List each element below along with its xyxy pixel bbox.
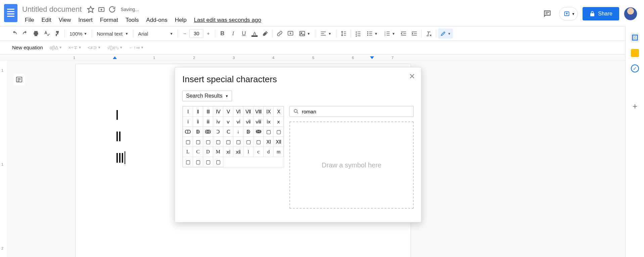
print-button[interactable] (31, 29, 41, 39)
category-dropdown[interactable]: Search Results ▼ (182, 91, 232, 101)
character-cell[interactable]: ↂ (203, 127, 213, 137)
character-cell[interactable]: ↓ (233, 127, 243, 137)
present-button[interactable]: ▼ (559, 7, 578, 20)
tasks-icon[interactable] (631, 64, 639, 72)
align-button[interactable]: ▼ (317, 29, 334, 39)
font-dropdown[interactable]: Arial▼ (135, 29, 176, 39)
undo-button[interactable] (9, 29, 19, 39)
menu-tools[interactable]: Tools (122, 15, 142, 25)
comments-icon[interactable] (540, 7, 554, 21)
character-cell[interactable]: ▢ (203, 157, 213, 167)
close-dialog-button[interactable]: ✕ (409, 72, 415, 81)
menu-file[interactable]: File (21, 15, 37, 25)
line-spacing-button[interactable] (338, 29, 349, 39)
eq-arrows-dropdown[interactable]: ←↑⇒ ▼ (127, 45, 146, 50)
character-cell[interactable]: Ⅱ (193, 107, 203, 117)
eq-operators-dropdown[interactable]: ×÷∓ ▼ (66, 45, 84, 50)
clear-formatting-button[interactable] (424, 29, 434, 39)
eq-relations-dropdown[interactable]: <≠⊃ ▼ (86, 45, 103, 50)
character-cell[interactable]: Ⅴ (223, 107, 233, 117)
character-cell[interactable]: ⅵ (233, 117, 243, 127)
document-title[interactable]: Untitled document (20, 4, 84, 14)
character-cell[interactable]: ▢ (274, 127, 284, 137)
character-search[interactable] (289, 106, 414, 117)
character-cell[interactable]: ▢ (264, 127, 274, 137)
character-cell[interactable]: Ⅸ (264, 107, 274, 117)
star-icon[interactable] (87, 6, 94, 13)
character-cell[interactable]: ⅳ (213, 117, 223, 127)
character-cell[interactable]: M (213, 147, 223, 157)
character-cell[interactable]: D (203, 147, 213, 157)
character-cell[interactable]: L (183, 147, 193, 157)
character-cell[interactable]: ⅲ (203, 117, 213, 127)
menu-format[interactable]: Format (97, 15, 122, 25)
keep-icon[interactable] (631, 49, 639, 57)
character-cell[interactable]: ⅺ (223, 147, 233, 157)
character-cell[interactable]: m (274, 147, 284, 157)
character-cell[interactable]: Ⅶ (243, 107, 254, 117)
character-cell[interactable]: ▢ (233, 137, 243, 147)
decrease-indent-button[interactable] (399, 29, 409, 39)
character-cell[interactable]: ⅸ (264, 117, 274, 127)
character-cell[interactable]: ▢ (213, 157, 223, 167)
character-cell[interactable]: ↁ (193, 127, 203, 137)
indent-left-marker[interactable] (113, 56, 117, 59)
character-cell[interactable]: ⅷ (254, 117, 264, 127)
document-outline-button[interactable] (13, 74, 25, 85)
character-cell[interactable]: Ⅺ (264, 137, 274, 147)
character-cell[interactable]: ▢ (193, 137, 203, 147)
eq-greek-dropdown[interactable]: αβΔ ▼ (48, 45, 64, 50)
character-cell[interactable]: ⅴ (223, 117, 233, 127)
character-cell[interactable]: ↁ (243, 127, 254, 137)
character-cell[interactable]: Ↄ (213, 127, 223, 137)
character-cell[interactable]: ⅰ (183, 117, 193, 127)
bullet-list-button[interactable]: ▼ (364, 29, 380, 39)
font-size-decrease[interactable]: − (180, 29, 189, 38)
menu-view[interactable]: View (55, 15, 75, 25)
character-cell[interactable]: ↈ (254, 127, 264, 137)
redo-button[interactable] (20, 29, 30, 39)
character-cell[interactable]: ⅱ (193, 117, 203, 127)
increase-indent-button[interactable] (409, 29, 419, 39)
character-cell[interactable]: ▢ (243, 137, 254, 147)
menu-insert[interactable]: Insert (75, 15, 96, 25)
numbered-list-button[interactable]: 123▼ (381, 29, 398, 39)
character-cell[interactable]: ⅹ (274, 117, 284, 127)
font-size-value[interactable]: 30 (189, 29, 203, 38)
character-cell[interactable]: Ⅳ (213, 107, 223, 117)
character-cell[interactable]: Ⅽ (223, 127, 233, 137)
character-cell[interactable]: c (254, 147, 264, 157)
add-comment-button[interactable] (285, 29, 295, 39)
paint-format-button[interactable] (52, 29, 62, 39)
search-input[interactable] (302, 109, 410, 114)
highlight-button[interactable] (260, 29, 270, 39)
menu-edit[interactable]: Edit (38, 15, 54, 25)
character-cell[interactable]: Ⅷ (254, 107, 264, 117)
character-cell[interactable]: C (193, 147, 203, 157)
avatar[interactable] (624, 7, 637, 20)
text-color-button[interactable]: A (249, 29, 260, 39)
character-cell[interactable]: ↀ (183, 127, 193, 137)
checklist-button[interactable] (353, 29, 363, 39)
calendar-icon[interactable] (631, 34, 639, 42)
character-cell[interactable]: l (243, 147, 254, 157)
docs-logo[interactable] (4, 4, 17, 22)
character-cell[interactable]: ▢ (223, 137, 233, 147)
character-cell[interactable]: ⅶ (243, 117, 254, 127)
character-cell[interactable]: ▢ (183, 157, 193, 167)
character-cell[interactable]: ▢ (254, 137, 264, 147)
character-cell[interactable]: ▢ (193, 157, 203, 167)
move-icon[interactable] (98, 6, 105, 13)
share-button[interactable]: Share (583, 7, 619, 20)
character-cell[interactable]: Ⅰ (183, 107, 193, 117)
editing-mode-button[interactable]: ▼ (438, 29, 453, 39)
character-cell[interactable]: Ⅵ (233, 107, 243, 117)
last-edit-link[interactable]: Last edit was seconds ago (191, 15, 265, 25)
font-size-increase[interactable]: + (203, 29, 213, 38)
indent-right-marker[interactable] (370, 56, 374, 59)
eq-math-dropdown[interactable]: √()xʸ₀ ▼ (105, 45, 125, 50)
insert-image-button[interactable]: ▼ (296, 29, 313, 39)
draw-symbol-area[interactable]: Draw a symbol here (289, 121, 414, 209)
character-cell[interactable]: Ⅻ (274, 137, 284, 147)
menu-addons[interactable]: Add-ons (143, 15, 171, 25)
